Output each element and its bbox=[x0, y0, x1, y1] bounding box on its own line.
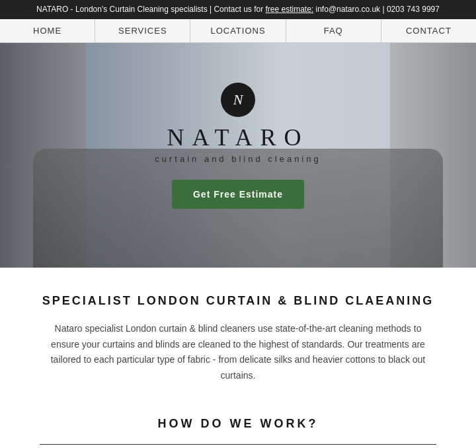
nav-item-contact[interactable]: CONTACT bbox=[381, 19, 476, 42]
hero-tagline: curtain and blind cleaning bbox=[0, 154, 476, 164]
how-section: HOW DO WE WORK? bbox=[0, 397, 476, 448]
hero-logo-emblem: N bbox=[221, 83, 255, 117]
hero-cta-button[interactable]: Get Free Estimate bbox=[172, 180, 304, 209]
nav: HOME SERVICES LOCATIONS FAQ CONTACT bbox=[0, 19, 476, 43]
nav-item-home[interactable]: HOME bbox=[0, 19, 95, 42]
nav-item-services[interactable]: SERVICES bbox=[95, 19, 190, 42]
hero-brand-name: NATARO bbox=[0, 124, 476, 151]
nav-item-locations[interactable]: LOCATIONS bbox=[190, 19, 286, 42]
how-divider bbox=[40, 444, 436, 445]
how-heading: HOW DO WE WORK? bbox=[40, 417, 436, 431]
free-estimate-link[interactable]: free estimate: bbox=[265, 5, 313, 14]
specialist-heading: SPECIALIST LONDON CURTAIN & BLIND CLAEAN… bbox=[40, 294, 436, 308]
nav-item-faq[interactable]: FAQ bbox=[286, 19, 381, 42]
specialist-section: SPECIALIST LONDON CURTAIN & BLIND CLAEAN… bbox=[0, 268, 476, 397]
specialist-text: Nataro specialist London curtain & blind… bbox=[40, 321, 436, 384]
top-bar-text: NATARO - London's Curtain Cleaning speci… bbox=[36, 5, 440, 14]
hero-emblem-letter: N bbox=[233, 91, 243, 108]
hero-content: N NATARO curtain and blind cleaning Get … bbox=[0, 43, 476, 209]
hero-section: N NATARO curtain and blind cleaning Get … bbox=[0, 43, 476, 268]
top-bar: NATARO - London's Curtain Cleaning speci… bbox=[0, 0, 476, 19]
